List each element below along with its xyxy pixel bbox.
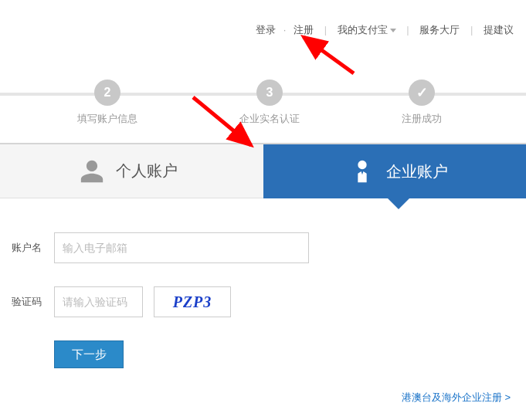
captcha-image[interactable]: PZP3 — [154, 286, 231, 317]
business-person-icon — [349, 158, 375, 185]
step-3-circle: 3 — [256, 80, 283, 106]
tab-personal-label: 个人账户 — [116, 161, 178, 181]
step-2-label: 填写账户信息 — [77, 112, 137, 126]
register-form: 账户名 验证码 PZP3 下一步 — [12, 232, 515, 368]
overseas-register-link[interactable]: 港澳台及海外企业注册 > — [402, 391, 511, 405]
step-indicator: 2 填写账户信息 3 企业实名认证 注册成功 — [0, 80, 526, 126]
step-2: 2 填写账户信息 — [77, 80, 137, 126]
captcha-row: 验证码 PZP3 — [12, 286, 515, 317]
account-type-tabs: 个人账户 企业账户 — [0, 143, 526, 198]
my-alipay-link[interactable]: 我的支付宝 — [333, 24, 401, 36]
login-link[interactable]: 登录 — [251, 24, 280, 36]
step-3-label: 企业实名认证 — [239, 112, 300, 126]
nav-sep: | — [403, 24, 412, 36]
service-hall-link[interactable]: 服务大厅 — [415, 24, 464, 36]
my-alipay-label: 我的支付宝 — [338, 24, 388, 36]
account-input[interactable] — [54, 232, 309, 263]
tab-corporate[interactable]: 企业账户 — [263, 144, 526, 198]
tab-corporate-label: 企业账户 — [386, 161, 448, 182]
form-panel: 账户名 验证码 PZP3 下一步 港澳台及海外企业注册 > — [0, 198, 526, 420]
nav-sep: | — [467, 24, 476, 36]
step-3: 3 企业实名认证 — [239, 80, 300, 126]
captcha-label: 验证码 — [12, 295, 54, 309]
chevron-down-icon — [390, 29, 396, 32]
feedback-link[interactable]: 提建议 — [479, 24, 518, 36]
captcha-input[interactable] — [54, 286, 143, 317]
svg-line-0 — [304, 37, 354, 73]
person-icon — [79, 158, 105, 185]
step-4-check-icon — [409, 80, 435, 106]
annotation-arrow-1 — [292, 31, 361, 77]
nav-dash: · — [283, 24, 287, 36]
account-label: 账户名 — [12, 241, 54, 255]
next-button[interactable]: 下一步 — [54, 340, 124, 368]
step-2-circle: 2 — [94, 80, 120, 106]
step-4-label: 注册成功 — [402, 112, 442, 126]
step-4: 注册成功 — [402, 80, 442, 126]
top-nav: 登录 · 注册 | 我的支付宝 | 服务大厅 | 提建议 — [251, 23, 518, 37]
register-link[interactable]: 注册 — [289, 24, 318, 36]
account-row: 账户名 — [12, 232, 515, 263]
nav-sep: | — [321, 24, 330, 36]
tab-personal[interactable]: 个人账户 — [0, 144, 263, 198]
